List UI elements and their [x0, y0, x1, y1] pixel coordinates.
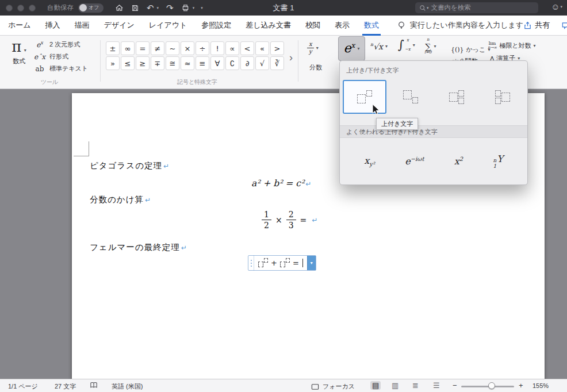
symbol-button[interactable]: ≥: [136, 56, 150, 70]
autosave-label: 自動保存: [47, 3, 74, 12]
comment-bubble-icon: [561, 21, 567, 30]
linear-format-button[interactable]: eˆx 行形式: [33, 52, 68, 61]
proofing-status-icon[interactable]: [90, 382, 98, 389]
tab-design[interactable]: デザイン: [104, 16, 135, 36]
equation-options-dropdown-button[interactable]: ▼: [307, 256, 316, 270]
left-subscript-superscript-option[interactable]: [481, 80, 524, 114]
large-operator-structure-button[interactable]: n ∑ i=0 ▾: [424, 38, 436, 55]
symbol-button[interactable]: ∀: [210, 56, 224, 70]
read-mode-view-button[interactable]: ▥: [392, 382, 399, 389]
example-x-squared[interactable]: x2: [454, 156, 463, 167]
tab-equation[interactable]: 数式: [364, 16, 379, 36]
autosave-toggle[interactable]: オフ: [78, 3, 104, 13]
symbol-button[interactable]: ≠: [151, 41, 164, 55]
tab-draw[interactable]: 描画: [75, 16, 90, 36]
example-x-sub-y-squared[interactable]: xy²: [364, 155, 375, 167]
symbol-button[interactable]: ≡: [196, 56, 209, 70]
symbol-button[interactable]: »: [106, 56, 120, 70]
symbol-button[interactable]: «: [255, 41, 269, 55]
print-menu-chevron-icon[interactable]: ▾: [193, 6, 195, 10]
print-layout-view-button[interactable]: ▤: [370, 381, 381, 390]
save-icon[interactable]: [131, 4, 139, 12]
subscript-superscript-option[interactable]: [435, 80, 478, 114]
word-count[interactable]: 27 文字: [55, 382, 76, 391]
bracket-structure-button[interactable]: {()} かっこ ▾: [451, 45, 490, 54]
example-e-power-minus-i-omega-t[interactable]: e−iωt: [405, 156, 424, 167]
symbol-button[interactable]: ~: [166, 41, 179, 55]
undo-icon[interactable]: ↶: [147, 3, 154, 12]
feedback-button[interactable]: ☺ ▾: [551, 2, 562, 11]
focus-mode-button[interactable]: フォーカス: [311, 382, 355, 391]
script-structure-button[interactable]: ex ▾: [338, 36, 365, 61]
radical-structure-button[interactable]: n√x ▾: [370, 42, 388, 51]
zoom-in-button[interactable]: +: [519, 381, 523, 390]
heading-pythagoras[interactable]: ピタゴラスの定理↵: [90, 160, 169, 171]
equation-button[interactable]: π ▾ 数式: [6, 39, 32, 66]
normal-text-button[interactable]: ab 標準テキスト: [33, 64, 88, 73]
close-window-button[interactable]: [6, 5, 13, 11]
base-exponent-placeholder[interactable]: [258, 258, 268, 267]
tab-references[interactable]: 参照設定: [201, 16, 231, 36]
heading-fermat[interactable]: フェルマーの最終定理↵: [90, 242, 187, 253]
fraction-chevron-icon: ▾: [316, 46, 319, 51]
heading-fraction-multiplication[interactable]: 分数のかけ算↵: [90, 194, 151, 205]
symbol-button[interactable]: ∓: [151, 56, 164, 70]
subscript-option[interactable]: [389, 80, 432, 114]
symbol-button[interactable]: <: [240, 41, 254, 55]
zoom-slider-track[interactable]: [461, 386, 514, 387]
redo-icon[interactable]: ↷: [166, 3, 174, 12]
web-layout-view-button[interactable]: ≣: [412, 382, 419, 389]
professional-format-button[interactable]: ex 2 次元形式: [33, 40, 80, 49]
tab-home[interactable]: ホーム: [8, 16, 31, 36]
language-indicator[interactable]: 英語 (米国): [112, 382, 143, 391]
more-symbols-arrow-icon[interactable]: ›: [289, 52, 293, 64]
fraction-structure-button[interactable]: x y ▾: [307, 41, 319, 55]
undo-menu-chevron-icon[interactable]: ▾: [157, 6, 159, 10]
example-prescript-y[interactable]: n1Y: [493, 153, 503, 170]
symbol-button[interactable]: ∞: [121, 41, 135, 55]
symbol-button[interactable]: ≅: [166, 56, 179, 70]
symbol-button[interactable]: ÷: [196, 41, 209, 55]
equation-fraction-multiplication[interactable]: 1 2 × 2 3 = ↵: [262, 209, 317, 230]
zoom-level[interactable]: 155%: [532, 382, 549, 389]
bracket-label: かっこ: [466, 45, 486, 54]
home-icon[interactable]: [115, 3, 124, 12]
toolbar-options-chevron-icon[interactable]: ▾: [201, 6, 203, 10]
equation-handle[interactable]: [248, 256, 254, 270]
symbol-button[interactable]: =: [136, 41, 150, 55]
equation-placeholder-field[interactable]: + = ▼: [248, 255, 316, 271]
tab-mailings[interactable]: 差し込み文書: [246, 16, 291, 36]
symbol-button[interactable]: ∝: [225, 41, 239, 55]
share-button[interactable]: 共有: [523, 20, 550, 30]
zoom-slider-thumb[interactable]: [488, 382, 495, 389]
page-count[interactable]: 1/1 ページ: [8, 382, 38, 391]
comments-button[interactable]: コメント: [561, 20, 567, 30]
symbol-button[interactable]: ≈: [181, 56, 194, 70]
tab-view[interactable]: 表示: [335, 16, 350, 36]
symbol-button[interactable]: ±: [106, 41, 120, 55]
symbol-button[interactable]: >: [270, 41, 284, 55]
tab-review[interactable]: 校閲: [305, 16, 320, 36]
integral-chevron-icon: ▾: [413, 43, 415, 48]
tell-me-box[interactable]: 実行したい作業内容を入力します: [397, 20, 523, 30]
symbol-button[interactable]: ≤: [121, 56, 135, 70]
symbol-button[interactable]: ∁: [225, 56, 239, 70]
outline-view-button[interactable]: ☰: [433, 382, 440, 389]
limit-structure-button[interactable]: lim n→∞ 極限と対数 ▾: [488, 41, 536, 51]
zoom-window-button[interactable]: [29, 5, 36, 11]
tab-layout[interactable]: レイアウト: [149, 16, 187, 36]
base-exponent-placeholder[interactable]: [280, 258, 290, 267]
symbol-button[interactable]: ×: [181, 41, 194, 55]
zoom-out-button[interactable]: −: [453, 381, 457, 390]
integral-structure-button[interactable]: ∫ x −x ▾: [398, 39, 415, 52]
tab-insert[interactable]: 挿入: [45, 16, 60, 36]
search-input[interactable]: ▾ 文書内を検索: [415, 2, 538, 13]
minimize-window-button[interactable]: [17, 5, 24, 11]
print-icon[interactable]: [181, 3, 190, 12]
paragraph-mark: ↵: [163, 162, 169, 170]
symbol-button[interactable]: !: [210, 41, 224, 55]
equation-pythagoras[interactable]: a² + b² = c²↵: [251, 178, 311, 189]
symbol-button[interactable]: ∛: [270, 56, 284, 70]
symbol-button[interactable]: √: [255, 56, 269, 70]
symbol-button[interactable]: ∂: [240, 56, 254, 70]
